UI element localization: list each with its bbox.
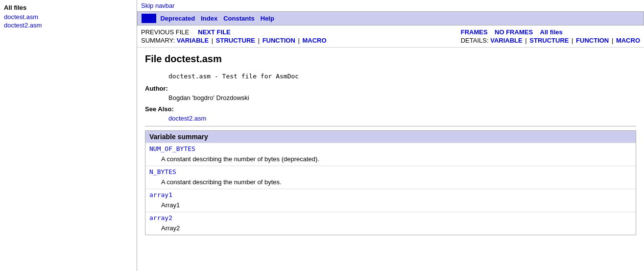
details-variable-link[interactable]: VARIABLE [490,37,522,44]
summary-macro-link[interactable]: MACRO [302,37,326,44]
var-link-array1[interactable]: array1 [149,191,172,198]
summary-variable-link[interactable]: VARIABLE [177,37,209,44]
author-label: Author: [145,85,636,92]
main-content: Skip navbar File Deprecated Index Consta… [137,0,644,271]
sep2: | [258,37,262,44]
see-also-link[interactable]: doctest2.asm [168,115,206,122]
sidebar-title: All files [4,4,133,11]
var-name-array2: array2 [145,212,636,223]
table-row: array1 Array1 [145,189,636,212]
sep6: | [612,37,615,44]
sep3: | [298,37,301,44]
file-nav-right: FRAMES NO FRAMES All files DETAILS: VARI… [461,28,640,44]
skip-navbar-link[interactable]: Skip navbar [141,2,175,9]
var-desc-array1: Array1 [145,200,636,212]
table-row: N_BYTES A constant describing the number… [145,166,636,189]
sep1: | [212,37,215,44]
sidebar: All files doctest.asm doctest2.asm [0,0,137,271]
navbar-item-constants[interactable]: Constants [221,14,257,23]
var-link-n-bytes[interactable]: N_BYTES [149,168,176,175]
content-divider [145,126,636,126]
navbar-item-file[interactable]: File [142,14,156,23]
table-row: NUM_OF_BYTES A constant describing the n… [145,143,636,166]
frames-link[interactable]: FRAMES [461,28,488,36]
content-area: File doctest.asm doctest.asm - Test file… [137,48,644,271]
page-title: File doctest.asm [145,53,636,65]
no-frames-link[interactable]: NO FRAMES [495,28,533,36]
previous-file-label: PREVIOUS FILE [141,28,189,36]
next-file-link[interactable]: NEXT FILE [198,28,230,36]
see-also-label: See Also: [145,105,636,113]
variable-summary-header: Variable summary [145,131,636,143]
table-row: array2 Array2 [145,212,636,235]
details-label: DETAILS: [461,37,489,44]
file-nav-prev-next: PREVIOUS FILE NEXT FILE [141,28,327,36]
navbar: File Deprecated Index Constants Help [137,11,644,25]
details-structure-link[interactable]: STRUCTURE [529,37,569,44]
see-also-value: doctest2.asm [168,115,636,122]
var-name-num-of-bytes: NUM_OF_BYTES [145,143,636,154]
navbar-item-help[interactable]: Help [259,14,276,23]
summary-structure-link[interactable]: STRUCTURE [216,37,255,44]
var-link-array2[interactable]: array2 [149,214,172,222]
details-macro-link[interactable]: MACRO [616,37,640,44]
var-link-num-of-bytes[interactable]: NUM_OF_BYTES [149,145,195,152]
file-description: doctest.asm - Test file for AsmDoc [168,73,636,80]
file-nav-summary: SUMMARY: VARIABLE | STRUCTURE | FUNCTION… [141,37,327,44]
all-files-link[interactable]: All files [540,28,563,36]
file-nav-left: PREVIOUS FILE NEXT FILE SUMMARY: VARIABL… [141,28,327,44]
sep4: | [525,37,528,44]
summary-label: SUMMARY: [141,37,175,44]
navbar-item-deprecated[interactable]: Deprecated [158,14,197,23]
var-name-array1: array1 [145,189,636,200]
variable-summary-section: Variable summary NUM_OF_BYTES A constant… [145,130,636,235]
file-nav: PREVIOUS FILE NEXT FILE SUMMARY: VARIABL… [137,25,644,48]
file-nav-frames: FRAMES NO FRAMES All files [461,28,640,36]
file-nav-details: DETAILS: VARIABLE | STRUCTURE | FUNCTION… [461,37,640,44]
skip-navbar-bar: Skip navbar [137,0,644,11]
details-function-link[interactable]: FUNCTION [576,37,609,44]
author-value: Bogdan 'bogdro' Drozdowski [168,94,636,101]
var-name-n-bytes: N_BYTES [145,166,636,177]
sep5: | [572,37,575,44]
var-desc-array2: Array2 [145,223,636,235]
navbar-item-index[interactable]: Index [199,14,219,23]
sidebar-file-doctest2[interactable]: doctest2.asm [4,22,133,29]
summary-function-link[interactable]: FUNCTION [262,37,295,44]
var-desc-num-of-bytes: A constant describing the number of byte… [145,154,636,166]
var-desc-n-bytes: A constant describing the number of byte… [145,177,636,189]
sidebar-file-doctest[interactable]: doctest.asm [4,13,133,21]
